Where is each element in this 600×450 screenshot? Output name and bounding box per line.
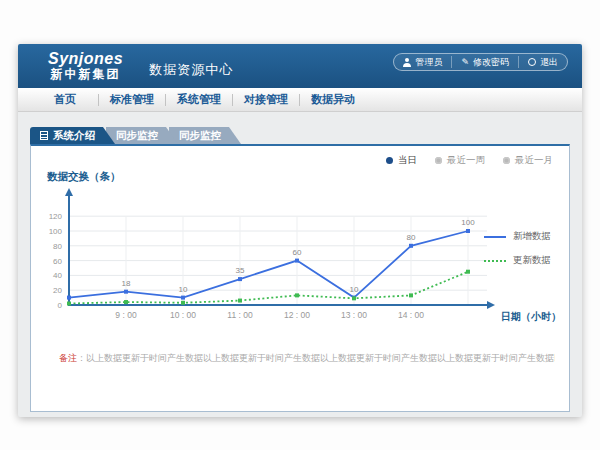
legend-item-updated-data: 更新数据 <box>484 254 551 267</box>
content-area: 系统介绍 同步监控 同步监控 当日 最近一周 <box>18 112 582 412</box>
svg-text:日期（小时）: 日期（小时） <box>501 311 561 322</box>
tab-system-intro[interactable]: 系统介绍 <box>30 127 115 144</box>
change-password-button[interactable]: ✎ 修改密码 <box>451 56 518 68</box>
app-window: Synjones 新中新集团 数据资源中心 管理员 ✎ 修改密码 退出 首页 标… <box>18 44 582 417</box>
change-password-label: 修改密码 <box>473 56 509 69</box>
user-actions-group: 管理员 ✎ 修改密码 退出 <box>393 53 568 71</box>
svg-text:0: 0 <box>58 301 63 310</box>
note-body: ：以上数据更新于时间产生数据以上数据更新于时间产生数据以上数据更新于时间产生数据… <box>77 353 555 363</box>
svg-text:20: 20 <box>53 286 62 295</box>
tab-label: 同步监控 <box>116 129 158 143</box>
radio-dot-icon <box>435 157 442 164</box>
logo-text-cn: 新中新集团 <box>48 68 123 81</box>
tab-label: 系统介绍 <box>53 129 95 143</box>
svg-text:10: 10 <box>350 285 359 294</box>
tab-label: 同步监控 <box>179 129 221 143</box>
app-header: Synjones 新中新集团 数据资源中心 管理员 ✎ 修改密码 退出 <box>18 44 582 88</box>
svg-text:60: 60 <box>53 257 62 266</box>
svg-text:10 : 00: 10 : 00 <box>170 310 196 320</box>
svg-text:100: 100 <box>461 218 475 227</box>
footer-note: 备注：以上数据更新于时间产生数据以上数据更新于时间产生数据以上数据更新于时间产生… <box>59 352 555 365</box>
radio-dot-icon <box>503 157 510 164</box>
svg-text:数据交换（条）: 数据交换（条） <box>46 170 121 183</box>
legend-item-new-data: 新增数据 <box>484 230 551 243</box>
radio-dot-icon <box>386 157 393 164</box>
user-label: 管理员 <box>415 56 442 69</box>
svg-text:12 : 00: 12 : 00 <box>284 310 310 320</box>
logo-text-en: Synjones <box>48 51 123 68</box>
document-icon <box>40 131 48 140</box>
svg-text:80: 80 <box>407 233 416 242</box>
tab-sync-monitor-2[interactable]: 同步监控 <box>169 127 241 144</box>
svg-text:14 : 00: 14 : 00 <box>398 310 424 320</box>
edit-icon: ✎ <box>461 58 469 67</box>
legend-label: 新增数据 <box>513 230 551 243</box>
company-logo: Synjones 新中新集团 <box>48 51 123 80</box>
main-nav: 首页 标准管理 系统管理 对接管理 数据异动 <box>18 88 582 112</box>
user-icon <box>403 58 411 67</box>
chart-panel: 当日 最近一周 最近一月 数据交换（条）日期（小时）02040608010012… <box>30 144 570 412</box>
svg-text:40: 40 <box>53 271 62 280</box>
svg-text:60: 60 <box>293 248 302 257</box>
user-button[interactable]: 管理员 <box>394 56 451 68</box>
nav-item-standard-mgmt[interactable]: 标准管理 <box>99 92 165 107</box>
svg-text:13 : 00: 13 : 00 <box>341 310 367 320</box>
svg-text:18: 18 <box>122 279 131 288</box>
power-icon <box>528 58 536 66</box>
page-title: 数据资源中心 <box>149 53 233 79</box>
note-prefix: 备注 <box>59 353 77 363</box>
svg-text:80: 80 <box>53 242 62 251</box>
svg-text:9 : 00: 9 : 00 <box>115 310 137 320</box>
svg-text:10: 10 <box>179 285 188 294</box>
nav-item-data-change[interactable]: 数据异动 <box>300 92 366 107</box>
logout-label: 退出 <box>540 56 558 69</box>
legend-swatch-dotted <box>484 260 506 262</box>
nav-item-home[interactable]: 首页 <box>32 92 98 107</box>
svg-text:120: 120 <box>49 212 63 221</box>
nav-item-system-mgmt[interactable]: 系统管理 <box>166 92 232 107</box>
tab-bar: 系统介绍 同步监控 同步监控 <box>30 127 570 144</box>
logout-button[interactable]: 退出 <box>518 56 567 68</box>
svg-text:35: 35 <box>236 266 245 275</box>
legend-swatch-solid <box>484 236 506 238</box>
nav-item-interface-mgmt[interactable]: 对接管理 <box>233 92 299 107</box>
svg-text:11 : 00: 11 : 00 <box>227 310 253 320</box>
chart-legend: 新增数据 更新数据 <box>484 230 551 267</box>
tab-sync-monitor-1[interactable]: 同步监控 <box>106 127 178 144</box>
svg-text:100: 100 <box>49 227 63 236</box>
legend-label: 更新数据 <box>513 254 551 267</box>
